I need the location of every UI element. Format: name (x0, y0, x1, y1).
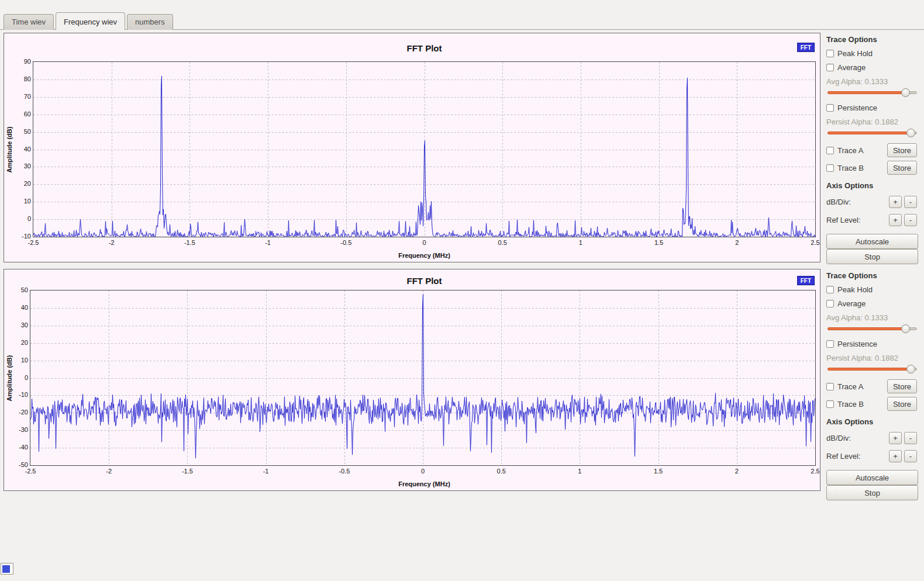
autoscale-button[interactable]: Autoscale (826, 470, 918, 485)
x-tick-label: 0.5 (491, 239, 514, 246)
fft-figure-bottom: FFT Plot FFT Amplitude (dB) -2.5-2-1.5-1… (4, 269, 820, 491)
ref-level-increase-button[interactable]: + (889, 214, 902, 226)
plot-canvas[interactable] (30, 290, 815, 465)
store-trace-b-button[interactable]: Store (887, 397, 917, 411)
store-trace-a-button[interactable]: Store (887, 379, 917, 393)
x-tick-label: -2 (97, 468, 120, 475)
blue-square (2, 565, 10, 573)
trace-b-row: Trace B Store (826, 161, 917, 175)
persist-alpha-slider[interactable] (828, 365, 917, 374)
ref-level-decrease-button[interactable]: - (904, 214, 917, 226)
axis-options-heading: Axis Options (826, 417, 918, 426)
db-div-decrease-button[interactable]: - (904, 196, 917, 208)
trace-a-label: Trace A (837, 146, 863, 155)
slider-handle[interactable] (906, 365, 915, 374)
persistence-checkbox[interactable] (826, 104, 834, 112)
x-axis-label: Frequency (MHz) (33, 480, 816, 487)
ref-level-decrease-button[interactable]: - (904, 450, 917, 462)
trace-b-checkbox[interactable] (826, 400, 834, 408)
slider-handle[interactable] (906, 129, 915, 137)
x-tick-label: 0.5 (489, 468, 513, 475)
avg-alpha-label: Avg Alpha: 0.1333 (826, 77, 918, 86)
trace-a-row: Trace A Store (826, 379, 917, 393)
db-div-increase-button[interactable]: + (889, 432, 902, 444)
store-trace-a-button[interactable]: Store (887, 143, 917, 157)
store-trace-b-button[interactable]: Store (887, 161, 917, 175)
ref-level-row: Ref Level: + - (826, 450, 917, 462)
y-axis-label: Amplitude (dB) (4, 61, 15, 237)
average-checkbox[interactable] (826, 64, 834, 71)
trace-b-label: Trace B (837, 164, 864, 172)
plot-canvas[interactable] (33, 62, 815, 237)
x-tick-label: -1 (254, 468, 278, 475)
tab-frequency-view[interactable]: Frequency wiev (56, 12, 125, 30)
average-option[interactable]: Average (826, 299, 918, 308)
x-tick-label: 1 (568, 468, 591, 475)
persistence-label: Persistence (837, 103, 877, 112)
db-div-label: dB/Div: (826, 434, 887, 442)
plot-title: FFT Plot (33, 43, 816, 53)
x-tick-label: 0 (411, 468, 435, 475)
slider-handle[interactable] (901, 88, 910, 97)
persist-alpha-slider[interactable] (828, 129, 917, 137)
persist-alpha-label: Persist Alpha: 0.1882 (826, 354, 918, 362)
x-axis-label: Frequency (MHz) (33, 252, 816, 259)
autoscale-button[interactable]: Autoscale (826, 234, 918, 249)
peak-hold-checkbox[interactable] (826, 50, 834, 57)
trace-b-checkbox[interactable] (826, 164, 834, 172)
ref-level-label: Ref Level: (826, 452, 887, 461)
slider-fill (828, 327, 905, 330)
fft-plot-area-top[interactable]: -2.5-2-1.5-1-0.500.511.522.5908070605040… (33, 61, 816, 237)
tab-time-view[interactable]: Time wiev (4, 14, 54, 30)
notebook-page: FFT Plot FFT Amplitude (dB) -2.5-2-1.5-1… (0, 30, 924, 504)
peak-hold-label: Peak Hold (837, 49, 873, 58)
trace-b-option[interactable]: Trace B (826, 400, 864, 409)
trace-b-option[interactable]: Trace B (826, 164, 864, 172)
avg-alpha-slider[interactable] (828, 88, 917, 97)
trace-a-row: Trace A Store (826, 143, 917, 157)
peak-hold-option[interactable]: Peak Hold (826, 285, 918, 294)
stop-button[interactable]: Stop (826, 485, 918, 500)
x-tick-label: -1 (256, 239, 280, 246)
x-tick-label: 1 (569, 239, 592, 246)
db-div-row: dB/Div: + - (826, 196, 917, 208)
peak-hold-option[interactable]: Peak Hold (826, 49, 918, 58)
trace-controls-top: Trace Options Peak Hold Average Avg Alph… (825, 33, 920, 268)
fft-legend-badge: FFT (797, 276, 815, 285)
slider-handle[interactable] (901, 324, 910, 333)
trace-a-checkbox[interactable] (826, 383, 834, 390)
persistence-checkbox[interactable] (826, 340, 834, 348)
x-tick-label: 2 (725, 468, 749, 475)
tab-numbers[interactable]: numbers (127, 14, 173, 30)
db-div-label: dB/Div: (826, 198, 887, 206)
x-tick-label: -0.5 (333, 468, 356, 475)
fft-plot-area-bottom[interactable]: -2.5-2-1.5-1-0.500.511.522.550403020100-… (30, 290, 816, 466)
ref-level-label: Ref Level: (826, 216, 887, 224)
persist-alpha-label: Persist Alpha: 0.1882 (826, 117, 918, 126)
slider-fill (828, 368, 911, 371)
bottom-left-widget (1, 563, 13, 575)
average-checkbox[interactable] (826, 300, 834, 307)
ref-level-increase-button[interactable]: + (889, 450, 902, 462)
persistence-option[interactable]: Persistence (826, 103, 918, 112)
db-div-increase-button[interactable]: + (889, 196, 902, 208)
x-tick-label: 0 (413, 239, 436, 246)
stop-button[interactable]: Stop (826, 249, 918, 264)
app-window: { "tabs": [ {"label": "Time wiev", "acti… (0, 0, 924, 581)
peak-hold-checkbox[interactable] (826, 286, 834, 293)
persistence-option[interactable]: Persistence (826, 340, 918, 348)
avg-alpha-slider[interactable] (828, 324, 917, 333)
trace-a-checkbox[interactable] (826, 147, 834, 154)
trace-a-option[interactable]: Trace A (826, 382, 863, 391)
trace-a-option[interactable]: Trace A (826, 146, 863, 155)
persistence-label: Persistence (837, 340, 877, 348)
slider-fill (828, 91, 905, 94)
ref-level-row: Ref Level: + - (826, 214, 917, 226)
x-tick-label: -2.5 (19, 468, 42, 475)
x-tick-label: 1.5 (647, 239, 671, 246)
plot-title: FFT Plot (33, 276, 816, 286)
db-div-decrease-button[interactable]: - (904, 432, 917, 444)
average-option[interactable]: Average (826, 63, 918, 72)
peak-hold-label: Peak Hold (837, 285, 873, 294)
trace-controls-bottom: Trace Options Peak Hold Average Avg Alph… (825, 269, 920, 504)
